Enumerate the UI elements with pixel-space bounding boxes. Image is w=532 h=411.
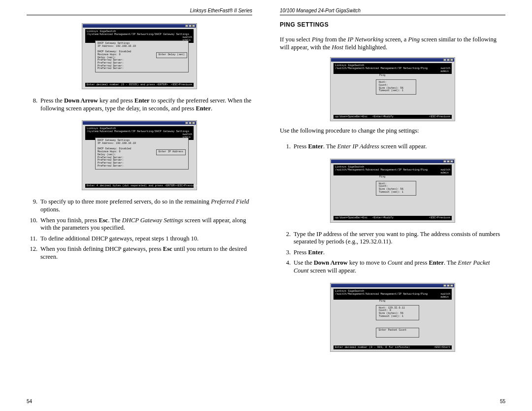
screenshot-dhcp-delay: Linksys GigaSwitch /system/Advanced Mana… <box>27 23 252 89</box>
ping-step-4: 4. Use the Down Arrow key to move to Cou… <box>280 259 505 274</box>
ping-lead: Use the following procedure to change th… <box>280 127 505 135</box>
step-12: 12. When you finish defining DHCP gatewa… <box>27 245 252 261</box>
ping-intro: If you select Ping from the IP Networkin… <box>280 36 505 51</box>
page-number-left: 54 <box>27 399 32 404</box>
step-8: 8. Press the Down Arrow key and press En… <box>27 97 252 112</box>
section-title-ping: PING SETTINGS <box>280 21 505 28</box>
screenshot-dhcp-ip: Linksys GigaSwitch /system/Advanced Mana… <box>27 120 252 190</box>
ping-step-3: 3. Press Enter. <box>280 249 505 257</box>
page-right: 10/100 Managed 24-Port GigaSwitch PING S… <box>266 0 532 411</box>
page-left: Linksys EtherFast® II Series Linksys Gig… <box>0 0 266 411</box>
page-number-right: 55 <box>500 399 505 404</box>
ping-step-2: 2. Type the IP address of the server you… <box>280 231 505 246</box>
running-head-right: 10/100 Managed 24-Port GigaSwitch <box>280 8 505 15</box>
running-head-left: Linksys EtherFast® II Series <box>27 8 252 15</box>
screenshot-ping-ip: Linksys GigaSwitch /switch/Management/Ad… <box>280 159 505 223</box>
ping-step-1: 1. Press Enter. The Enter IP Address scr… <box>280 143 505 151</box>
steps-left: 8. Press the Down Arrow key and press En… <box>27 94 252 115</box>
step-10: 10. When you finish, press Esc. The DHCP… <box>27 217 252 232</box>
step-11: 11. To define additional DHCP gateways, … <box>27 235 252 243</box>
step-9: 9. To specify up to three more preferred… <box>27 198 252 213</box>
screenshot-ping-host: Linksys GigaSwitch /switch/Management/Ad… <box>280 57 505 121</box>
screenshot-ping-count: Linksys GigaSwitch /switch/Management/Ad… <box>280 283 505 352</box>
